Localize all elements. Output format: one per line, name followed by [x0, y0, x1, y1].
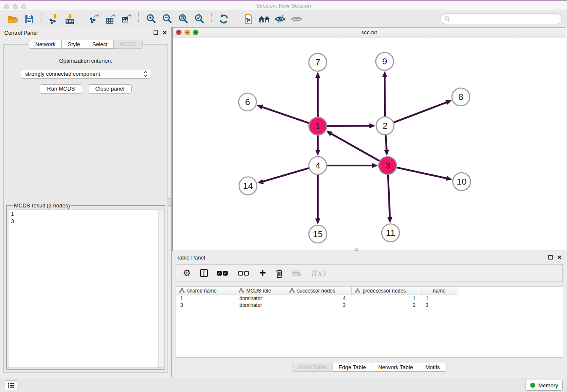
function-builder-icon: f(x)	[311, 268, 325, 278]
table-cell[interactable]: dominator	[235, 302, 286, 309]
column-header-MCDS-role[interactable]: MCDS role	[235, 287, 286, 295]
mcds-result-title: MCDS result (2 nodes)	[13, 202, 71, 209]
zoom-in-button[interactable]	[143, 12, 159, 26]
table-cell[interactable]: 1	[176, 295, 235, 302]
network-canvas[interactable]: 1234678910111415	[173, 38, 565, 250]
minimize-window-button[interactable]	[13, 4, 18, 9]
tab-mcds[interactable]: MCDS	[114, 40, 142, 49]
edge-2-9[interactable]	[385, 77, 385, 118]
edge-3-11[interactable]	[388, 174, 390, 217]
gear-icon[interactable]: ⚙	[183, 268, 191, 278]
deselect-all-icon[interactable]	[238, 271, 250, 276]
table-cell[interactable]: 2	[352, 302, 421, 309]
select-all-icon[interactable]: ✓✓	[217, 271, 229, 276]
table-cell[interactable]: 3	[176, 302, 235, 309]
home-icon	[258, 14, 271, 24]
panel-splitter-handle[interactable]	[168, 198, 171, 206]
tab-network-table[interactable]: Network Table	[372, 363, 419, 372]
window-traffic-lights[interactable]	[4, 4, 26, 9]
close-panel-button[interactable]: Close panel	[88, 84, 132, 94]
table-cell[interactable]: dominator	[235, 295, 286, 302]
network-graph[interactable]: 1234678910111415	[173, 38, 566, 251]
column-header-successor-nodes[interactable]: successor nodes	[286, 287, 352, 295]
zoom-selected-button[interactable]	[191, 12, 207, 26]
task-history-button[interactable]	[5, 380, 17, 390]
node-label: 10	[457, 177, 466, 186]
edge-3-1[interactable]	[331, 134, 380, 162]
float-table-panel-icon[interactable]	[548, 255, 553, 259]
memory-label: Memory	[538, 382, 558, 389]
delete-table-icon	[292, 269, 302, 277]
apply-layout-button[interactable]	[216, 12, 232, 26]
tab-select[interactable]: Select	[86, 40, 114, 49]
split-columns-icon[interactable]	[200, 269, 208, 277]
network-window-title: scc.txt	[173, 28, 566, 37]
export-image-icon	[121, 14, 132, 25]
node-table[interactable]: shared nameMCDS rolesuccessor nodesprede…	[176, 286, 563, 358]
column-header-predecessor-nodes[interactable]: predecessor nodes	[352, 287, 421, 295]
column-header-shared-name[interactable]: shared name	[176, 287, 235, 295]
show-visual-button[interactable]	[289, 12, 305, 26]
import-network-button[interactable]	[46, 12, 62, 26]
close-table-panel-icon[interactable]: ✕	[557, 255, 562, 259]
memory-status-dot	[530, 383, 535, 388]
float-panel-icon[interactable]	[154, 30, 158, 35]
edge-1-2[interactable]	[326, 126, 369, 126]
mcds-result-text[interactable]: 1 3	[8, 210, 163, 368]
table-cell[interactable]: 3	[421, 302, 457, 309]
add-column-icon[interactable]: +	[259, 269, 266, 277]
close-window-button[interactable]	[4, 4, 9, 9]
clone-network-button[interactable]	[240, 12, 256, 26]
export-network-button[interactable]	[86, 12, 102, 26]
table-cell[interactable]: 1	[352, 295, 421, 302]
save-session-button[interactable]	[21, 12, 37, 26]
window-title: Session: New Session	[0, 1, 567, 10]
network-scroll-handle[interactable]	[355, 248, 358, 251]
zoom-fit-button[interactable]	[175, 12, 191, 26]
table-cell[interactable]: 3	[286, 302, 352, 309]
optimization-criterion-select[interactable]: strongly connected component	[21, 69, 151, 79]
tab-edge-table[interactable]: Edge Table	[333, 363, 372, 372]
import-table-button[interactable]	[62, 12, 78, 26]
tab-network[interactable]: Network	[29, 40, 62, 49]
zoom-window-button[interactable]	[21, 4, 26, 9]
export-image-button[interactable]	[118, 12, 135, 26]
table-cell[interactable]: 1	[421, 295, 457, 302]
control-panel-body: Optimization criterion: strongly connect…	[3, 44, 168, 373]
column-header-name[interactable]: name	[421, 287, 457, 295]
edge-2-8[interactable]	[393, 102, 446, 123]
column-type-icon	[355, 288, 360, 293]
network-window-titlebar[interactable]: ✕ − + scc.txt	[173, 28, 566, 38]
search-input[interactable]	[452, 15, 558, 22]
result-scrollbar[interactable]	[158, 210, 163, 367]
table-row[interactable]: 1dominator411	[176, 295, 563, 302]
search-box[interactable]	[440, 14, 562, 24]
node-label: 15	[313, 229, 322, 239]
table-cell[interactable]: 4	[286, 295, 352, 302]
hide-visual-button[interactable]	[272, 12, 289, 26]
run-mcds-button[interactable]: Run MCDS	[40, 84, 82, 94]
export-table-button[interactable]	[102, 12, 118, 26]
table-row[interactable]: 3dominator323	[176, 302, 563, 309]
tab-style[interactable]: Style	[62, 40, 86, 49]
tab-node-table[interactable]: Node Table	[292, 363, 333, 372]
close-panel-icon[interactable]: ✕	[162, 30, 167, 35]
table-header-row: shared nameMCDS rolesuccessor nodesprede…	[176, 287, 563, 295]
edge-3-10[interactable]	[396, 167, 446, 178]
close-network-button[interactable]: ✕	[176, 30, 182, 35]
edge-1-6[interactable]	[262, 107, 310, 124]
edge-4-14[interactable]	[263, 168, 310, 181]
home-button[interactable]	[256, 12, 272, 26]
trash-icon[interactable]	[275, 269, 283, 278]
control-panel-tabs: NetworkStyleSelectMCDS	[0, 40, 171, 49]
edge-arrowhead	[372, 163, 378, 168]
memory-button[interactable]: Memory	[526, 380, 563, 391]
tab-motifs[interactable]: Motifs	[419, 363, 446, 372]
minimize-network-button[interactable]: −	[184, 30, 190, 35]
maximize-network-button[interactable]: +	[193, 30, 198, 35]
open-session-button[interactable]	[5, 12, 21, 26]
zoom-out-button[interactable]	[159, 12, 175, 26]
edge-arrowhead	[315, 72, 320, 78]
edge-2-3[interactable]	[385, 134, 386, 150]
optimization-criterion-value: strongly connected component	[25, 71, 100, 77]
